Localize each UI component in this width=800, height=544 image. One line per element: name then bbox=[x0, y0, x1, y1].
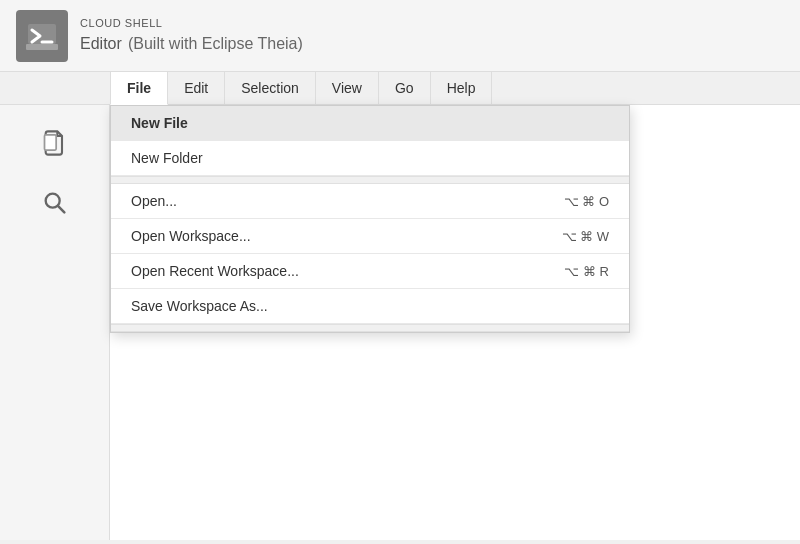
menu-file[interactable]: File bbox=[110, 72, 168, 105]
menu-selection[interactable]: Selection bbox=[225, 72, 316, 104]
main-layout: New File New Folder Open... ⌥ ⌘ O Open W… bbox=[0, 105, 800, 540]
menu-item-open[interactable]: Open... ⌥ ⌘ O bbox=[111, 184, 629, 219]
sidebar bbox=[0, 105, 110, 540]
menu-item-new-folder[interactable]: New Folder bbox=[111, 141, 629, 176]
app-title-line: Editor (Built with Eclipse Theia) bbox=[80, 29, 303, 55]
header: CLOUD SHELL Editor (Built with Eclipse T… bbox=[0, 0, 800, 72]
menu-edit[interactable]: Edit bbox=[168, 72, 225, 104]
app-icon bbox=[16, 10, 68, 62]
app-subtitle: CLOUD SHELL bbox=[80, 17, 303, 29]
menu-divider-bottom bbox=[111, 324, 629, 332]
svg-line-5 bbox=[57, 206, 63, 212]
menu-divider bbox=[111, 176, 629, 184]
svg-rect-2 bbox=[26, 44, 58, 50]
files-icon[interactable] bbox=[37, 125, 73, 161]
content-area: New File New Folder Open... ⌥ ⌘ O Open W… bbox=[110, 105, 800, 540]
menu-item-new-file[interactable]: New File bbox=[111, 106, 629, 141]
menubar: File Edit Selection View Go Help bbox=[0, 72, 800, 105]
search-icon[interactable] bbox=[37, 185, 73, 221]
file-dropdown-menu: New File New Folder Open... ⌥ ⌘ O Open W… bbox=[110, 105, 630, 333]
menu-item-open-recent-workspace[interactable]: Open Recent Workspace... ⌥ ⌘ R bbox=[111, 254, 629, 289]
menu-item-save-workspace-as[interactable]: Save Workspace As... bbox=[111, 289, 629, 324]
menu-go[interactable]: Go bbox=[379, 72, 431, 104]
menu-help[interactable]: Help bbox=[431, 72, 493, 104]
app-subtitle-theia: (Built with Eclipse Theia) bbox=[128, 35, 303, 52]
menu-item-open-workspace[interactable]: Open Workspace... ⌥ ⌘ W bbox=[111, 219, 629, 254]
menu-view[interactable]: View bbox=[316, 72, 379, 104]
app-title: Editor (Built with Eclipse Theia) bbox=[80, 29, 303, 54]
svg-rect-3 bbox=[44, 135, 56, 150]
header-text: CLOUD SHELL Editor (Built with Eclipse T… bbox=[80, 17, 303, 55]
